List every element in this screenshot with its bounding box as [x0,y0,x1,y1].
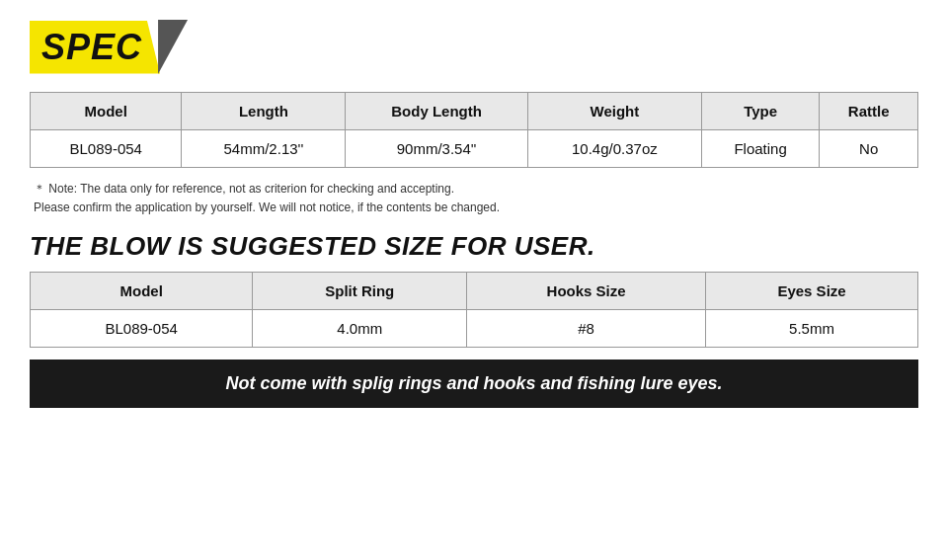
spec-table-wrapper: Model Length Body Length Weight Type Rat… [30,92,918,168]
suggested-table-header-row: Model Split Ring Hooks Size Eyes Size [31,273,918,310]
table-cell: 54mm/2.13'' [182,130,346,168]
table-cell: BL089-054 [31,310,253,348]
suggested-heading: THE BLOW IS SUGGESTED SIZE FOR USER. [30,231,918,262]
note-line2: Please confirm the application by yourse… [34,199,918,217]
table-cell: 10.4g/0.37oz [527,130,701,168]
spec-table-header-row: Model Length Body Length Weight Type Rat… [31,93,918,130]
spec-title: SPEC [41,27,142,67]
suggested-table-wrapper: Model Split Ring Hooks Size Eyes Size BL… [30,272,918,348]
bottom-banner: Not come with splig rings and hooks and … [30,360,918,408]
spec-table: Model Length Body Length Weight Type Rat… [30,92,918,168]
note-line1: ＊ Note: The data only for reference, not… [34,180,918,199]
bottom-banner-text: Not come with splig rings and hooks and … [225,373,722,393]
col-type: Type [701,93,819,130]
spec-title-triangle [158,20,188,74]
table-cell: No [820,130,918,168]
spec-title-box: SPEC [30,21,160,74]
note-section: ＊ Note: The data only for reference, not… [30,180,918,217]
col-rattle: Rattle [820,93,918,130]
table-row: BL089-05454mm/2.13''90mm/3.54''10.4g/0.3… [31,130,918,168]
suggested-table: Model Split Ring Hooks Size Eyes Size BL… [30,272,918,348]
table-cell: 4.0mm [253,310,467,348]
table-cell: Floating [701,130,819,168]
sug-col-hooks-size: Hooks Size [467,273,706,310]
table-cell: 90mm/3.54'' [346,130,527,168]
table-row: BL089-0544.0mm#85.5mm [31,310,918,348]
sug-col-split-ring: Split Ring [253,273,467,310]
table-cell: BL089-054 [31,130,182,168]
col-model: Model [31,93,182,130]
sug-col-model: Model [31,273,253,310]
table-cell: 5.5mm [706,310,918,348]
table-cell: #8 [467,310,706,348]
page-container: SPEC Model Length Body Length Weight Typ… [0,0,948,560]
sug-col-eyes-size: Eyes Size [706,273,918,310]
spec-header: SPEC [30,20,918,74]
col-length: Length [182,93,346,130]
col-weight: Weight [527,93,701,130]
col-body-length: Body Length [346,93,527,130]
